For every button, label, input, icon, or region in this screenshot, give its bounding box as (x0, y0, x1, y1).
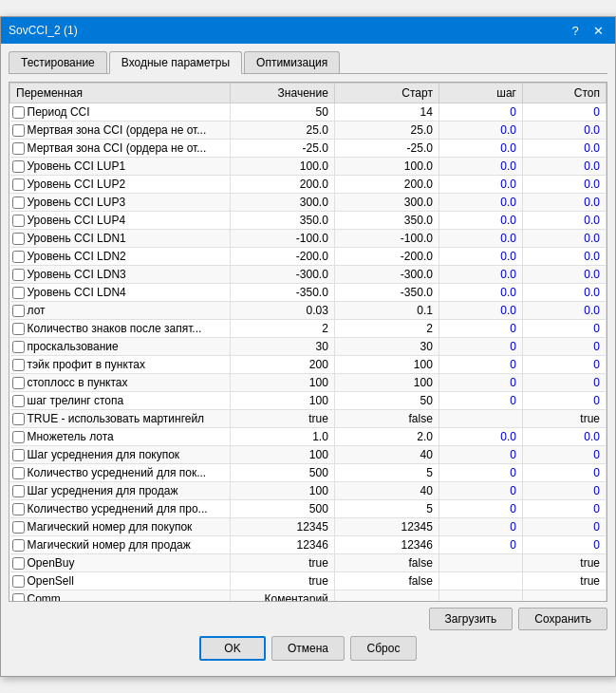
row-label[interactable]: Уровень CCI LUP2 (12, 178, 228, 191)
row-checkbox[interactable] (12, 269, 25, 281)
row-variable-name: Уровень CCI LUP4 (28, 214, 126, 227)
row-checkbox[interactable] (12, 359, 25, 371)
row-checkbox[interactable] (12, 142, 25, 155)
row-label[interactable]: Comm (12, 592, 228, 602)
table-row: Период CCI501400 (10, 103, 607, 122)
row-stop-cell: 0 (522, 536, 606, 554)
cancel-button[interactable]: Отмена (271, 636, 345, 661)
row-checkbox[interactable] (12, 557, 25, 570)
row-label[interactable]: OpenBuy (12, 556, 228, 570)
row-label[interactable]: Период CCI (12, 105, 228, 119)
row-checkbox[interactable] (12, 178, 25, 191)
row-checkbox[interactable] (12, 431, 25, 443)
row-label[interactable]: Уровень CCI LUP1 (12, 159, 228, 173)
row-label[interactable]: Уровень CCI LUP3 (12, 196, 228, 209)
row-label[interactable]: Уровень CCI LUP4 (12, 214, 228, 227)
row-label[interactable]: тэйк профит в пунктах (12, 358, 228, 371)
row-start-cell: 300.0 (334, 194, 439, 212)
row-checkbox[interactable] (12, 521, 25, 534)
reset-button[interactable]: Сброс (350, 636, 417, 661)
row-checkbox[interactable] (12, 197, 25, 209)
row-label[interactable]: TRUE - использовать мартингейл (12, 412, 228, 425)
row-checkbox[interactable] (12, 305, 25, 317)
row-label[interactable]: OpenSell (12, 574, 228, 588)
load-button[interactable]: Загрузить (429, 608, 513, 630)
row-stop-cell: 0 (522, 356, 606, 374)
row-label[interactable]: Количество усреднений для про... (12, 502, 228, 515)
table-row: Уровень CCI LDN1-100.0-100.00.00.0 (10, 230, 607, 248)
row-label[interactable]: Уровень CCI LDN3 (12, 268, 228, 281)
row-start-cell: -200.0 (334, 248, 439, 266)
row-label[interactable]: Уровень CCI LDN2 (12, 250, 228, 263)
tab-params[interactable]: Входные параметры (109, 51, 242, 74)
row-label[interactable]: Магический номер для покупок (12, 520, 228, 534)
table-row: тэйк профит в пунктах20010000 (10, 356, 607, 374)
row-checkbox[interactable] (12, 233, 25, 245)
row-checkbox[interactable] (12, 467, 25, 479)
row-value-cell: -25.0 (230, 140, 334, 158)
row-checkbox[interactable] (12, 377, 25, 389)
ok-button[interactable]: OK (199, 636, 266, 661)
row-step-cell: 0 (439, 374, 522, 392)
row-checkbox[interactable] (12, 124, 25, 137)
row-checkbox[interactable] (12, 341, 25, 353)
row-label[interactable]: Магический номер для продаж (12, 538, 228, 552)
row-label[interactable]: проскальзование (12, 340, 228, 353)
row-variable-name: OpenBuy (28, 556, 75, 570)
row-step-cell: 0 (439, 103, 522, 122)
row-value-cell: 1.0 (230, 428, 334, 446)
row-name-cell: Магический номер для покупок (10, 518, 231, 536)
row-label[interactable]: Количество знаков после запят... (12, 322, 228, 335)
row-checkbox[interactable] (12, 485, 25, 497)
row-label[interactable]: Множетель лота (12, 430, 228, 443)
row-label[interactable]: Мертвая зона CCI (ордера не от... (12, 141, 228, 155)
row-checkbox[interactable] (12, 575, 25, 588)
row-checkbox[interactable] (12, 287, 25, 299)
row-label[interactable]: шаг трелинг стопа (12, 394, 228, 407)
row-label[interactable]: Уровень CCI LDN4 (12, 286, 228, 299)
row-stop-cell: 0 (522, 392, 606, 410)
row-checkbox[interactable] (12, 395, 25, 407)
row-label[interactable]: Шаг усреднения для покупок (12, 448, 228, 461)
row-checkbox[interactable] (12, 593, 25, 603)
row-step-cell: 0.0 (439, 284, 522, 302)
row-start-cell: 100.0 (334, 158, 439, 176)
row-name-cell: OpenBuy (10, 554, 231, 572)
row-start-cell: -25.0 (334, 140, 439, 158)
row-checkbox[interactable] (12, 503, 25, 515)
tab-optimize[interactable]: Оптимизация (244, 51, 340, 73)
row-checkbox[interactable] (12, 106, 25, 119)
row-label[interactable]: стоплосс в пунктах (12, 376, 228, 389)
tab-testing[interactable]: Тестирование (9, 51, 107, 73)
window-title: SovCCI_2 (1) (9, 24, 78, 37)
bottom-buttons: Загрузить Сохранить (9, 608, 607, 630)
row-label[interactable]: Количество усреднений для пок... (12, 466, 228, 479)
row-stop-cell: 0.0 (522, 194, 606, 212)
row-checkbox[interactable] (12, 323, 25, 335)
row-label[interactable]: Мертвая зона CCI (ордера не от... (12, 123, 228, 137)
row-checkbox[interactable] (12, 215, 25, 227)
col-header-value: Значение (230, 84, 334, 103)
row-start-cell: 2 (334, 320, 439, 338)
row-start-cell: 200.0 (334, 176, 439, 194)
row-label[interactable]: Уровень CCI LDN1 (12, 232, 228, 245)
table-row: Количество усреднений для про...500500 (10, 500, 607, 518)
row-checkbox[interactable] (12, 449, 25, 461)
row-checkbox[interactable] (12, 413, 25, 425)
save-button[interactable]: Сохранить (518, 608, 607, 630)
close-button[interactable]: ✕ (588, 21, 607, 40)
row-name-cell: Уровень CCI LDN1 (10, 230, 231, 248)
row-checkbox[interactable] (12, 160, 25, 173)
table-row: лот0.030.10.00.0 (10, 302, 607, 320)
row-value-cell: Коментарий (230, 590, 334, 603)
row-stop-cell: 0.0 (522, 302, 606, 320)
row-label[interactable]: Шаг усреднения для продаж (12, 484, 228, 497)
help-button[interactable]: ? (566, 21, 585, 40)
row-checkbox[interactable] (12, 539, 25, 552)
row-label[interactable]: лот (12, 304, 228, 317)
row-checkbox[interactable] (12, 251, 25, 263)
row-stop-cell: true (522, 572, 606, 590)
row-variable-name: Мертвая зона CCI (ордера не от... (28, 141, 207, 155)
col-header-variable: Переменная (10, 84, 231, 103)
row-start-cell: 14 (334, 103, 439, 122)
